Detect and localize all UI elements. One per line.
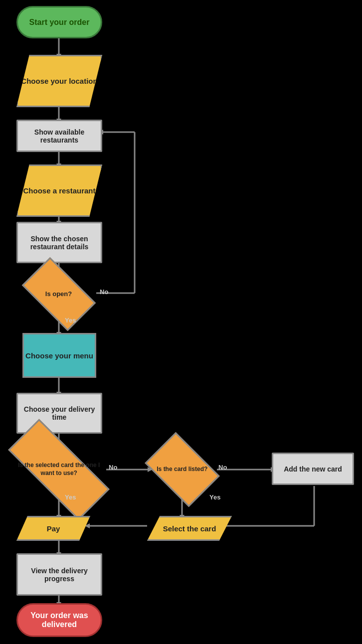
choose-delivery-time-label: Choose your delivery time (18, 405, 101, 421)
is-selected-card-label: Is the selected card the one I want to u… (10, 462, 107, 477)
choose-location-node: Choose your location (16, 55, 102, 107)
flowchart: Start your order Choose your location Sh… (0, 0, 362, 644)
no3-label: No (218, 464, 227, 471)
choose-delivery-time-node: Choose your delivery time (16, 393, 102, 434)
yes3-label: Yes (209, 493, 220, 501)
add-new-card-node: Add the new card (272, 453, 354, 485)
is-card-listed-label: Is the card listed? (157, 466, 207, 474)
is-selected-card-node: Is the selected card the one I want to u… (8, 419, 110, 520)
pay-node: Pay (16, 516, 90, 541)
choose-restaurant-node: Choose a restaurant (16, 164, 102, 217)
start-label: Start your order (29, 18, 90, 27)
select-card-node: Select the card (147, 516, 232, 541)
show-restaurants-label: Show available restaurants (18, 128, 101, 144)
choose-restaurant-label: Choose a restaurant (23, 186, 95, 195)
select-card-label: Select the card (163, 524, 216, 533)
delivered-node: Your order was delivered (16, 603, 102, 637)
pay-label: Pay (47, 524, 60, 533)
show-restaurant-details-node: Show the chosen restaurant details (16, 222, 102, 263)
is-open-label: Is open? (45, 290, 72, 299)
view-delivery-node: View the delivery progress (16, 553, 102, 596)
choose-menu-label: Choose your menu (25, 351, 93, 360)
no2-label: No (109, 464, 117, 471)
delivered-label: Your order was delivered (18, 611, 101, 629)
view-delivery-label: View the delivery progress (18, 567, 101, 583)
yes1-label: Yes (65, 317, 76, 324)
choose-location-label: Choose your location (21, 77, 97, 85)
is-open-node: Is open? (22, 257, 96, 331)
is-card-listed-node: Is the card listed? (145, 432, 220, 507)
add-new-card-label: Add the new card (284, 465, 342, 473)
yes2-label: Yes (65, 493, 76, 501)
show-restaurant-details-label: Show the chosen restaurant details (18, 235, 101, 251)
start-node: Start your order (16, 6, 102, 38)
no1-label: No (100, 288, 108, 296)
choose-menu-node: Choose your menu (22, 333, 96, 378)
show-restaurants-node: Show available restaurants (16, 120, 102, 152)
